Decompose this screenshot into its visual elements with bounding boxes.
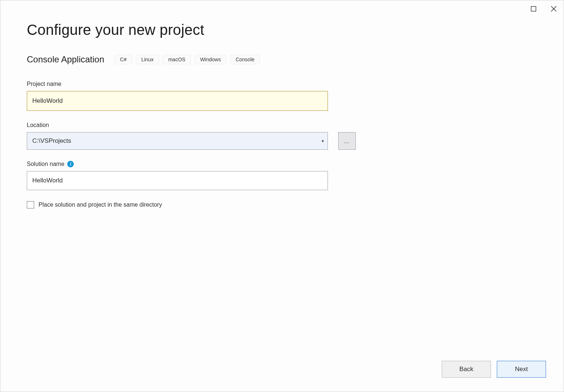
window-controls (531, 6, 557, 12)
same-directory-checkbox[interactable] (27, 201, 34, 208)
solution-name-label: Solution name (27, 161, 64, 167)
template-name: Console Application (27, 54, 104, 65)
tag-console: Console (230, 55, 260, 64)
maximize-icon[interactable] (531, 6, 536, 12)
solution-name-input[interactable] (27, 171, 328, 190)
same-directory-option: Place solution and project in the same d… (27, 201, 537, 208)
tag-windows: Windows (195, 55, 227, 64)
solution-name-field: Solution name i (27, 161, 537, 190)
project-name-label: Project name (27, 81, 537, 87)
chevron-down-icon: ▼ (321, 139, 325, 143)
footer-buttons: Back Next (442, 361, 546, 378)
svg-rect-0 (531, 7, 536, 11)
tag-linux: Linux (136, 55, 159, 64)
location-value: C:\VSProjects (32, 137, 71, 145)
template-row: Console Application C# Linux macOS Windo… (27, 54, 537, 65)
info-icon[interactable]: i (67, 161, 74, 167)
location-combo[interactable]: C:\VSProjects ▼ (27, 132, 328, 150)
same-directory-label: Place solution and project in the same d… (39, 202, 162, 208)
next-button[interactable]: Next (497, 361, 546, 378)
location-field: Location C:\VSProjects ▼ ... (27, 122, 537, 150)
project-name-field: Project name (27, 81, 537, 111)
project-name-input[interactable] (27, 91, 328, 111)
page-title: Configure your new project (27, 22, 537, 38)
close-icon[interactable] (550, 6, 557, 12)
tag-csharp: C# (115, 55, 132, 64)
template-tags: C# Linux macOS Windows Console (115, 55, 260, 64)
browse-button[interactable]: ... (338, 132, 356, 150)
location-label: Location (27, 122, 537, 128)
back-button[interactable]: Back (442, 361, 491, 378)
tag-macos: macOS (163, 55, 191, 64)
